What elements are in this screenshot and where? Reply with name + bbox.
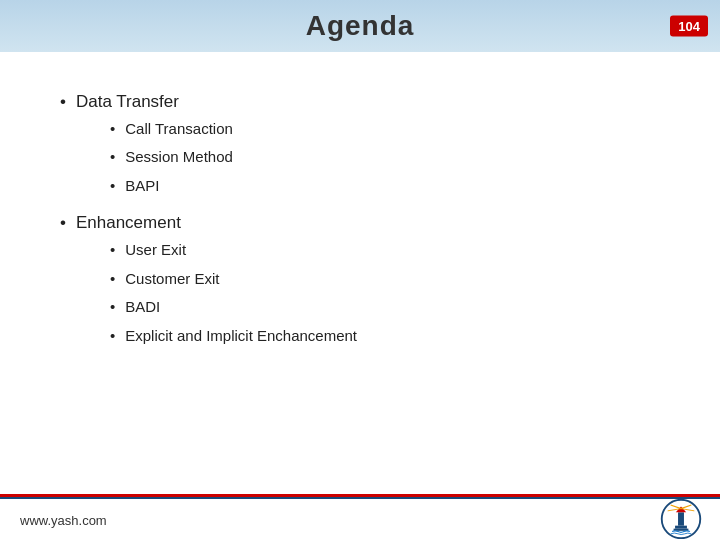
content-area: • Data Transfer • Call Transaction • Ses…: [0, 52, 720, 373]
bapi-label: BAPI: [125, 175, 159, 198]
sub-bullet-dot: •: [110, 239, 115, 262]
bullet-dot: •: [60, 211, 66, 235]
slide-title: Agenda: [306, 10, 415, 42]
user-exit-label: User Exit: [125, 239, 186, 262]
list-item: • BADI: [110, 296, 660, 319]
explicit-implicit-label: Explicit and Implicit Enchancement: [125, 325, 357, 348]
session-method-label: Session Method: [125, 146, 233, 169]
svg-rect-7: [675, 526, 687, 529]
svg-rect-1: [678, 512, 684, 525]
sub-bullet-dot: •: [110, 325, 115, 348]
footer-blue-line: [0, 497, 720, 499]
data-transfer-label: Data Transfer: [76, 90, 179, 114]
call-transaction-label: Call Transaction: [125, 118, 233, 141]
bullet-dot: •: [60, 90, 66, 114]
sub-bullet-dot: •: [110, 175, 115, 198]
data-transfer-subitems: • Call Transaction • Session Method • BA…: [60, 118, 660, 198]
slide: Agenda 104 • Data Transfer • Call Transa…: [0, 0, 720, 540]
footer-url: www.yash.com: [20, 513, 107, 528]
enhancement-section: • Enhancement • User Exit • Customer Exi…: [60, 211, 660, 347]
enhancement-subitems: • User Exit • Customer Exit • BADI • Exp…: [60, 239, 660, 347]
data-transfer-item: • Data Transfer: [60, 90, 660, 114]
enhancement-label: Enhancement: [76, 211, 181, 235]
list-item: • Call Transaction: [110, 118, 660, 141]
header: Agenda 104: [0, 0, 720, 52]
page-number-badge: 104: [670, 16, 708, 37]
yash-logo-icon: [658, 499, 704, 539]
customer-exit-label: Customer Exit: [125, 268, 219, 291]
sub-bullet-dot: •: [110, 268, 115, 291]
footer-logo: [658, 495, 704, 539]
sub-bullet-dot: •: [110, 118, 115, 141]
badi-label: BADI: [125, 296, 160, 319]
svg-line-3: [671, 505, 681, 509]
list-item: • Customer Exit: [110, 268, 660, 291]
list-item: • User Exit: [110, 239, 660, 262]
sub-bullet-dot: •: [110, 146, 115, 169]
list-item: • BAPI: [110, 175, 660, 198]
data-transfer-section: • Data Transfer • Call Transaction • Ses…: [60, 90, 660, 197]
sub-bullet-dot: •: [110, 296, 115, 319]
footer: www.yash.com: [0, 494, 720, 540]
list-item: • Session Method: [110, 146, 660, 169]
svg-line-4: [681, 505, 691, 509]
list-item: • Explicit and Implicit Enchancement: [110, 325, 660, 348]
enhancement-item: • Enhancement: [60, 211, 660, 235]
